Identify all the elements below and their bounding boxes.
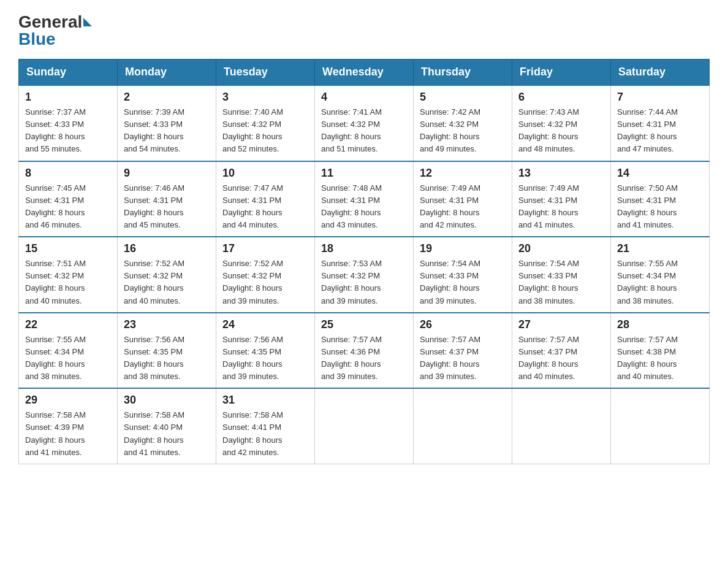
day-cell: 5Sunrise: 7:42 AMSunset: 4:32 PMDaylight… [414,85,512,161]
day-cell: 28Sunrise: 7:57 AMSunset: 4:38 PMDayligh… [611,313,710,389]
day-info: Sunrise: 7:40 AMSunset: 4:32 PMDaylight:… [222,107,283,153]
day-number: 30 [124,394,210,407]
day-number: 21 [617,242,703,255]
day-info: Sunrise: 7:51 AMSunset: 4:32 PMDaylight:… [25,259,86,305]
day-number: 20 [518,242,604,255]
day-number: 13 [518,167,604,180]
day-cell: 6Sunrise: 7:43 AMSunset: 4:32 PMDaylight… [512,85,611,161]
day-number: 17 [222,242,308,255]
day-number: 31 [222,394,308,407]
week-row-4: 22Sunrise: 7:55 AMSunset: 4:34 PMDayligh… [19,313,710,389]
week-row-2: 8Sunrise: 7:45 AMSunset: 4:31 PMDaylight… [19,161,710,237]
day-cell: 31Sunrise: 7:58 AMSunset: 4:41 PMDayligh… [216,388,315,464]
day-info: Sunrise: 7:43 AMSunset: 4:32 PMDaylight:… [518,107,579,153]
day-info: Sunrise: 7:57 AMSunset: 4:36 PMDaylight:… [321,335,382,381]
day-info: Sunrise: 7:54 AMSunset: 4:33 PMDaylight:… [420,259,480,305]
day-cell: 19Sunrise: 7:54 AMSunset: 4:33 PMDayligh… [414,237,512,313]
day-header-friday: Friday [512,59,611,86]
day-header-monday: Monday [118,59,216,86]
day-number: 1 [25,91,111,104]
day-number: 15 [25,242,111,255]
day-number: 2 [124,91,210,104]
day-cell: 12Sunrise: 7:49 AMSunset: 4:31 PMDayligh… [414,161,512,237]
day-cell: 22Sunrise: 7:55 AMSunset: 4:34 PMDayligh… [19,313,118,389]
day-info: Sunrise: 7:45 AMSunset: 4:31 PMDaylight:… [25,183,86,229]
day-cell: 20Sunrise: 7:54 AMSunset: 4:33 PMDayligh… [512,237,611,313]
day-number: 5 [420,91,506,104]
day-header-sunday: Sunday [19,59,118,86]
logo: General Blue [18,12,92,49]
day-info: Sunrise: 7:52 AMSunset: 4:32 PMDaylight:… [222,259,283,305]
day-info: Sunrise: 7:55 AMSunset: 4:34 PMDaylight:… [617,259,678,305]
week-row-5: 29Sunrise: 7:58 AMSunset: 4:39 PMDayligh… [19,388,710,464]
day-header-row: SundayMondayTuesdayWednesdayThursdayFrid… [19,59,710,86]
logo-blue-text: Blue [18,29,56,49]
day-info: Sunrise: 7:58 AMSunset: 4:39 PMDaylight:… [25,410,86,456]
day-number: 16 [124,242,210,255]
day-cell: 1Sunrise: 7:37 AMSunset: 4:33 PMDaylight… [19,85,118,161]
day-info: Sunrise: 7:57 AMSunset: 4:37 PMDaylight:… [420,335,480,381]
day-number: 23 [124,318,210,331]
day-number: 14 [617,167,703,180]
day-info: Sunrise: 7:39 AMSunset: 4:33 PMDaylight:… [124,107,184,153]
day-cell [611,388,710,464]
day-cell: 21Sunrise: 7:55 AMSunset: 4:34 PMDayligh… [611,237,710,313]
week-row-1: 1Sunrise: 7:37 AMSunset: 4:33 PMDaylight… [19,85,710,161]
day-info: Sunrise: 7:47 AMSunset: 4:31 PMDaylight:… [222,183,283,229]
day-header-saturday: Saturday [611,59,710,86]
day-cell: 7Sunrise: 7:44 AMSunset: 4:31 PMDaylight… [611,85,710,161]
day-info: Sunrise: 7:58 AMSunset: 4:41 PMDaylight:… [222,410,283,456]
day-cell: 10Sunrise: 7:47 AMSunset: 4:31 PMDayligh… [216,161,315,237]
day-info: Sunrise: 7:54 AMSunset: 4:33 PMDaylight:… [518,259,579,305]
day-info: Sunrise: 7:49 AMSunset: 4:31 PMDaylight:… [518,183,579,229]
day-cell: 4Sunrise: 7:41 AMSunset: 4:32 PMDaylight… [315,85,414,161]
day-info: Sunrise: 7:44 AMSunset: 4:31 PMDaylight:… [617,107,678,153]
day-cell: 17Sunrise: 7:52 AMSunset: 4:32 PMDayligh… [216,237,315,313]
day-header-thursday: Thursday [414,59,512,86]
day-number: 8 [25,167,111,180]
day-cell: 29Sunrise: 7:58 AMSunset: 4:39 PMDayligh… [19,388,118,464]
day-number: 11 [321,167,407,180]
day-info: Sunrise: 7:41 AMSunset: 4:32 PMDaylight:… [321,107,382,153]
day-number: 10 [222,167,308,180]
day-cell: 3Sunrise: 7:40 AMSunset: 4:32 PMDaylight… [216,85,315,161]
logo-arrow-icon [83,18,92,26]
day-cell: 15Sunrise: 7:51 AMSunset: 4:32 PMDayligh… [19,237,118,313]
day-cell [315,388,414,464]
day-info: Sunrise: 7:46 AMSunset: 4:31 PMDaylight:… [124,183,184,229]
day-number: 9 [124,167,210,180]
day-cell: 13Sunrise: 7:49 AMSunset: 4:31 PMDayligh… [512,161,611,237]
day-info: Sunrise: 7:57 AMSunset: 4:38 PMDaylight:… [617,335,678,381]
week-row-3: 15Sunrise: 7:51 AMSunset: 4:32 PMDayligh… [19,237,710,313]
day-info: Sunrise: 7:58 AMSunset: 4:40 PMDaylight:… [124,410,184,456]
day-cell: 24Sunrise: 7:56 AMSunset: 4:35 PMDayligh… [216,313,315,389]
day-header-tuesday: Tuesday [216,59,315,86]
day-cell: 23Sunrise: 7:56 AMSunset: 4:35 PMDayligh… [118,313,216,389]
day-cell: 2Sunrise: 7:39 AMSunset: 4:33 PMDaylight… [118,85,216,161]
day-number: 28 [617,318,703,331]
page-header: General Blue [18,12,710,49]
day-number: 3 [222,91,308,104]
calendar-table: SundayMondayTuesdayWednesdayThursdayFrid… [18,59,710,464]
day-info: Sunrise: 7:42 AMSunset: 4:32 PMDaylight:… [420,107,480,153]
day-info: Sunrise: 7:50 AMSunset: 4:31 PMDaylight:… [617,183,678,229]
day-number: 22 [25,318,111,331]
day-cell: 27Sunrise: 7:57 AMSunset: 4:37 PMDayligh… [512,313,611,389]
day-cell: 9Sunrise: 7:46 AMSunset: 4:31 PMDaylight… [118,161,216,237]
day-info: Sunrise: 7:57 AMSunset: 4:37 PMDaylight:… [518,335,579,381]
day-number: 26 [420,318,506,331]
day-cell: 26Sunrise: 7:57 AMSunset: 4:37 PMDayligh… [414,313,512,389]
day-info: Sunrise: 7:55 AMSunset: 4:34 PMDaylight:… [25,335,86,381]
day-number: 19 [420,242,506,255]
day-info: Sunrise: 7:56 AMSunset: 4:35 PMDaylight:… [222,335,283,381]
day-info: Sunrise: 7:49 AMSunset: 4:31 PMDaylight:… [420,183,480,229]
day-number: 27 [518,318,604,331]
day-number: 6 [518,91,604,104]
day-info: Sunrise: 7:53 AMSunset: 4:32 PMDaylight:… [321,259,382,305]
day-cell: 11Sunrise: 7:48 AMSunset: 4:31 PMDayligh… [315,161,414,237]
day-header-wednesday: Wednesday [315,59,414,86]
day-cell [414,388,512,464]
day-number: 12 [420,167,506,180]
day-info: Sunrise: 7:52 AMSunset: 4:32 PMDaylight:… [124,259,184,305]
day-cell: 16Sunrise: 7:52 AMSunset: 4:32 PMDayligh… [118,237,216,313]
